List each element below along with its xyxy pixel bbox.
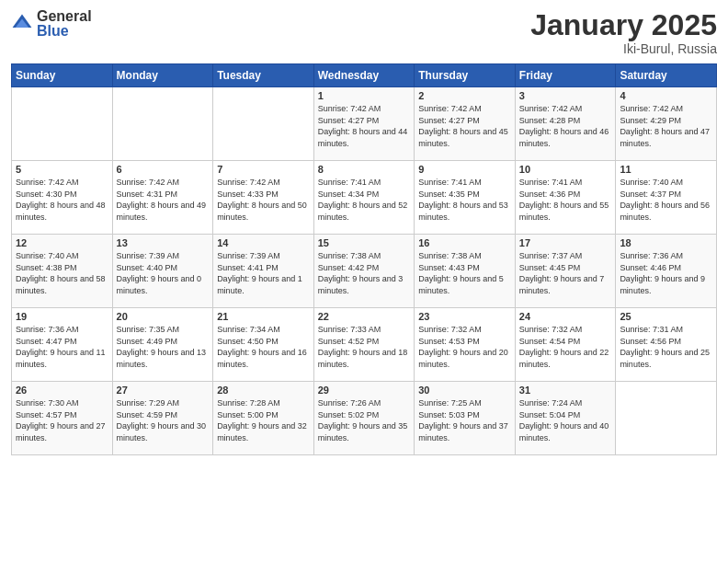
day-number: 19 bbox=[16, 311, 108, 322]
calendar-cell: 11Sunrise: 7:40 AM Sunset: 4:37 PM Dayli… bbox=[616, 161, 717, 235]
day-number: 22 bbox=[318, 311, 411, 322]
day-info: Sunrise: 7:42 AM Sunset: 4:30 PM Dayligh… bbox=[16, 177, 108, 223]
calendar-cell bbox=[112, 87, 213, 161]
day-info: Sunrise: 7:29 AM Sunset: 4:59 PM Dayligh… bbox=[117, 397, 210, 443]
calendar-week-5: 26Sunrise: 7:30 AM Sunset: 4:57 PM Dayli… bbox=[12, 382, 717, 455]
calendar-cell bbox=[213, 87, 314, 161]
day-number: 21 bbox=[217, 311, 310, 322]
calendar-cell: 30Sunrise: 7:25 AM Sunset: 5:03 PM Dayli… bbox=[415, 382, 516, 455]
day-info: Sunrise: 7:42 AM Sunset: 4:31 PM Dayligh… bbox=[117, 177, 210, 223]
calendar-cell: 27Sunrise: 7:29 AM Sunset: 4:59 PM Dayli… bbox=[112, 382, 213, 455]
calendar-cell: 16Sunrise: 7:38 AM Sunset: 4:43 PM Dayli… bbox=[415, 235, 516, 308]
logo-blue: Blue bbox=[37, 24, 92, 39]
day-info: Sunrise: 7:40 AM Sunset: 4:37 PM Dayligh… bbox=[620, 177, 712, 223]
day-number: 3 bbox=[519, 90, 612, 101]
calendar-cell: 12Sunrise: 7:40 AM Sunset: 4:38 PM Dayli… bbox=[12, 235, 113, 308]
calendar-cell: 13Sunrise: 7:39 AM Sunset: 4:40 PM Dayli… bbox=[112, 235, 213, 308]
day-info: Sunrise: 7:37 AM Sunset: 4:45 PM Dayligh… bbox=[519, 250, 612, 296]
calendar-cell: 1Sunrise: 7:42 AM Sunset: 4:27 PM Daylig… bbox=[313, 87, 415, 161]
day-number: 27 bbox=[117, 385, 210, 396]
day-info: Sunrise: 7:41 AM Sunset: 4:35 PM Dayligh… bbox=[418, 177, 511, 223]
day-info: Sunrise: 7:31 AM Sunset: 4:56 PM Dayligh… bbox=[620, 324, 712, 370]
day-info: Sunrise: 7:30 AM Sunset: 4:57 PM Dayligh… bbox=[16, 397, 108, 443]
day-info: Sunrise: 7:42 AM Sunset: 4:29 PM Dayligh… bbox=[620, 103, 712, 149]
weekday-header-sunday: Sunday bbox=[12, 64, 113, 87]
day-info: Sunrise: 7:32 AM Sunset: 4:54 PM Dayligh… bbox=[519, 324, 612, 370]
calendar-cell: 22Sunrise: 7:33 AM Sunset: 4:52 PM Dayli… bbox=[313, 308, 415, 382]
logo-general: General bbox=[37, 9, 92, 24]
title-block: January 2025 Iki-Burul, Russia bbox=[530, 9, 717, 56]
calendar-cell: 25Sunrise: 7:31 AM Sunset: 4:56 PM Dayli… bbox=[616, 308, 717, 382]
day-info: Sunrise: 7:36 AM Sunset: 4:46 PM Dayligh… bbox=[620, 250, 712, 296]
day-info: Sunrise: 7:40 AM Sunset: 4:38 PM Dayligh… bbox=[16, 250, 108, 296]
weekday-header-saturday: Saturday bbox=[616, 64, 717, 87]
logo-icon bbox=[11, 13, 33, 35]
calendar-cell bbox=[12, 87, 113, 161]
header: General Blue January 2025 Iki-Burul, Rus… bbox=[11, 9, 717, 56]
calendar-cell: 26Sunrise: 7:30 AM Sunset: 4:57 PM Dayli… bbox=[12, 382, 113, 455]
calendar-cell: 6Sunrise: 7:42 AM Sunset: 4:31 PM Daylig… bbox=[112, 161, 213, 235]
day-number: 8 bbox=[318, 164, 411, 175]
day-number: 5 bbox=[16, 164, 108, 175]
day-number: 10 bbox=[519, 164, 612, 175]
day-number: 18 bbox=[620, 237, 712, 248]
calendar-cell: 9Sunrise: 7:41 AM Sunset: 4:35 PM Daylig… bbox=[415, 161, 516, 235]
weekday-header-tuesday: Tuesday bbox=[213, 64, 314, 87]
calendar-cell: 29Sunrise: 7:26 AM Sunset: 5:02 PM Dayli… bbox=[313, 382, 415, 455]
calendar-cell: 18Sunrise: 7:36 AM Sunset: 4:46 PM Dayli… bbox=[616, 235, 717, 308]
day-info: Sunrise: 7:32 AM Sunset: 4:53 PM Dayligh… bbox=[418, 324, 511, 370]
calendar-cell: 5Sunrise: 7:42 AM Sunset: 4:30 PM Daylig… bbox=[12, 161, 113, 235]
day-info: Sunrise: 7:41 AM Sunset: 4:36 PM Dayligh… bbox=[519, 177, 612, 223]
weekday-header-wednesday: Wednesday bbox=[313, 64, 415, 87]
day-info: Sunrise: 7:38 AM Sunset: 4:43 PM Dayligh… bbox=[418, 250, 511, 296]
day-info: Sunrise: 7:42 AM Sunset: 4:27 PM Dayligh… bbox=[418, 103, 511, 149]
day-info: Sunrise: 7:42 AM Sunset: 4:28 PM Dayligh… bbox=[519, 103, 612, 149]
weekday-header-monday: Monday bbox=[112, 64, 213, 87]
day-number: 15 bbox=[318, 237, 411, 248]
logo: General Blue bbox=[11, 9, 92, 39]
day-number: 9 bbox=[418, 164, 511, 175]
calendar-cell: 10Sunrise: 7:41 AM Sunset: 4:36 PM Dayli… bbox=[515, 161, 616, 235]
day-info: Sunrise: 7:39 AM Sunset: 4:40 PM Dayligh… bbox=[117, 250, 210, 296]
day-number: 7 bbox=[217, 164, 310, 175]
logo-text: General Blue bbox=[37, 9, 92, 39]
day-info: Sunrise: 7:24 AM Sunset: 5:04 PM Dayligh… bbox=[519, 397, 612, 443]
weekday-header-friday: Friday bbox=[515, 64, 616, 87]
day-number: 31 bbox=[519, 385, 612, 396]
calendar-cell: 28Sunrise: 7:28 AM Sunset: 5:00 PM Dayli… bbox=[213, 382, 314, 455]
day-info: Sunrise: 7:41 AM Sunset: 4:34 PM Dayligh… bbox=[318, 177, 411, 223]
calendar-table: SundayMondayTuesdayWednesdayThursdayFrid… bbox=[11, 63, 717, 455]
day-number: 2 bbox=[418, 90, 511, 101]
calendar-week-3: 12Sunrise: 7:40 AM Sunset: 4:38 PM Dayli… bbox=[12, 235, 717, 308]
calendar-cell: 20Sunrise: 7:35 AM Sunset: 4:49 PM Dayli… bbox=[112, 308, 213, 382]
location: Iki-Burul, Russia bbox=[530, 41, 717, 56]
calendar-cell: 8Sunrise: 7:41 AM Sunset: 4:34 PM Daylig… bbox=[313, 161, 415, 235]
calendar-cell: 19Sunrise: 7:36 AM Sunset: 4:47 PM Dayli… bbox=[12, 308, 113, 382]
day-info: Sunrise: 7:39 AM Sunset: 4:41 PM Dayligh… bbox=[217, 250, 310, 296]
day-info: Sunrise: 7:33 AM Sunset: 4:52 PM Dayligh… bbox=[318, 324, 411, 370]
calendar-cell: 2Sunrise: 7:42 AM Sunset: 4:27 PM Daylig… bbox=[415, 87, 516, 161]
day-number: 29 bbox=[318, 385, 411, 396]
weekday-header-row: SundayMondayTuesdayWednesdayThursdayFrid… bbox=[12, 64, 717, 87]
calendar-cell: 21Sunrise: 7:34 AM Sunset: 4:50 PM Dayli… bbox=[213, 308, 314, 382]
day-number: 30 bbox=[418, 385, 511, 396]
calendar-cell: 31Sunrise: 7:24 AM Sunset: 5:04 PM Dayli… bbox=[515, 382, 616, 455]
calendar-cell: 14Sunrise: 7:39 AM Sunset: 4:41 PM Dayli… bbox=[213, 235, 314, 308]
month-title: January 2025 bbox=[530, 9, 717, 41]
day-number: 13 bbox=[117, 237, 210, 248]
weekday-header-thursday: Thursday bbox=[415, 64, 516, 87]
calendar-week-4: 19Sunrise: 7:36 AM Sunset: 4:47 PM Dayli… bbox=[12, 308, 717, 382]
day-number: 6 bbox=[117, 164, 210, 175]
day-number: 20 bbox=[117, 311, 210, 322]
page-container: General Blue January 2025 Iki-Burul, Rus… bbox=[0, 0, 728, 463]
day-info: Sunrise: 7:36 AM Sunset: 4:47 PM Dayligh… bbox=[16, 324, 108, 370]
calendar-cell bbox=[616, 382, 717, 455]
calendar-cell: 15Sunrise: 7:38 AM Sunset: 4:42 PM Dayli… bbox=[313, 235, 415, 308]
calendar-week-1: 1Sunrise: 7:42 AM Sunset: 4:27 PM Daylig… bbox=[12, 87, 717, 161]
day-number: 1 bbox=[318, 90, 411, 101]
day-number: 26 bbox=[16, 385, 108, 396]
day-info: Sunrise: 7:34 AM Sunset: 4:50 PM Dayligh… bbox=[217, 324, 310, 370]
day-info: Sunrise: 7:42 AM Sunset: 4:33 PM Dayligh… bbox=[217, 177, 310, 223]
day-number: 11 bbox=[620, 164, 712, 175]
day-number: 14 bbox=[217, 237, 310, 248]
